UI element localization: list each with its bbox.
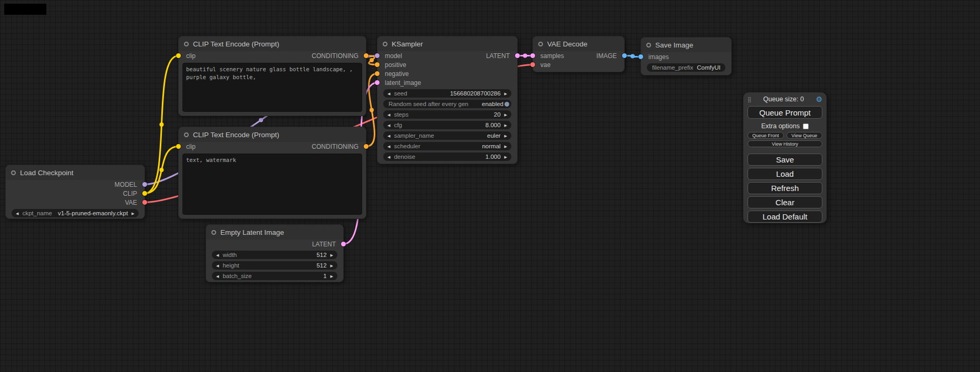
load-button[interactable]: Load	[748, 168, 822, 180]
widget-value: v1-5-pruned-emaonly.ckpt	[56, 210, 128, 216]
decrement-arrow-icon[interactable]: ◀	[387, 92, 390, 96]
cfg-widget[interactable]: ◀ cfg 8.000 ▶	[383, 121, 511, 129]
increment-arrow-icon[interactable]: ▶	[331, 274, 333, 278]
conditioning-output-port[interactable]	[364, 53, 368, 58]
node-title-bar[interactable]: Load Checkpoint	[6, 165, 144, 180]
latent-output-port[interactable]	[515, 53, 520, 58]
decrement-arrow-icon[interactable]: ◀	[387, 113, 390, 117]
increment-arrow-icon[interactable]: ▶	[504, 92, 507, 96]
images-input-port[interactable]	[638, 54, 643, 59]
node-collapse-dot-icon[interactable]	[646, 43, 651, 47]
node-collapse-dot-icon[interactable]	[383, 42, 387, 46]
decrement-arrow-icon[interactable]: ◀	[387, 134, 390, 138]
widget-label: cfg	[394, 122, 402, 128]
refresh-button[interactable]: Refresh	[748, 182, 822, 194]
clip-output-port[interactable]	[142, 191, 147, 196]
width-widget[interactable]: ◀ width 512 ▶	[212, 251, 337, 259]
node-collapse-dot-icon[interactable]	[11, 170, 16, 175]
node-vae-decode[interactable]: VAE Decode samples IMAGE vae	[532, 36, 625, 72]
image-output-port[interactable]	[622, 53, 627, 58]
node-collapse-dot-icon[interactable]	[184, 42, 189, 46]
clip-input-port[interactable]	[176, 144, 181, 149]
input-slot-label: vae	[540, 61, 550, 69]
save-button[interactable]: Save	[748, 154, 822, 166]
clip-input-port[interactable]	[176, 53, 181, 58]
denoise-widget[interactable]: ◀ denoise 1.000 ▶	[383, 152, 511, 161]
model-input-port[interactable]	[375, 53, 380, 58]
batch-size-widget[interactable]: ◀ batch_size 1 ▶	[212, 272, 337, 280]
decrement-arrow-icon[interactable]: ◀	[387, 155, 390, 159]
model-output-port[interactable]	[142, 182, 147, 187]
samples-input-port[interactable]	[530, 53, 535, 58]
node-title-bar[interactable]: Save Image	[641, 37, 731, 52]
vae-input-port[interactable]	[530, 62, 535, 67]
vae-output-port[interactable]	[142, 200, 147, 205]
drag-handle-icon[interactable]: ⣿	[748, 97, 751, 102]
blacked-out-region	[4, 4, 46, 15]
increment-arrow-icon[interactable]: ▶	[331, 253, 333, 257]
decrement-arrow-icon[interactable]: ◀	[216, 274, 219, 278]
decrement-arrow-icon[interactable]: ◀	[216, 264, 219, 268]
view-history-button[interactable]: View History	[748, 140, 822, 147]
node-collapse-dot-icon[interactable]	[184, 132, 189, 137]
negative-input-port[interactable]	[375, 71, 380, 76]
output-slot-label: CLIP	[123, 190, 137, 197]
node-ksampler[interactable]: KSampler model LATENT positive negative …	[377, 36, 518, 164]
node-title-bar[interactable]: VAE Decode	[533, 36, 624, 51]
sampler-name-widget[interactable]: ◀ sampler_name euler ▶	[383, 131, 511, 140]
latent-image-input-port[interactable]	[375, 80, 380, 85]
ckpt-name-widget[interactable]: ◀ ckpt_name v1-5-pruned-emaonly.ckpt ▶	[12, 209, 139, 217]
clear-button[interactable]: Clear	[748, 196, 822, 208]
increment-arrow-icon[interactable]: ▶	[504, 155, 507, 159]
widget-value: normal	[424, 143, 500, 149]
settings-gear-icon[interactable]: ⚙	[816, 95, 822, 103]
decrement-arrow-icon[interactable]: ◀	[387, 123, 390, 127]
scheduler-widget[interactable]: ◀ scheduler normal ▶	[383, 142, 511, 150]
input-slot-label: images	[648, 53, 669, 61]
increment-arrow-icon[interactable]: ▶	[331, 264, 333, 268]
node-clip-text-encode-positive[interactable]: CLIP Text Encode (Prompt) clip CONDITION…	[178, 36, 366, 116]
node-title-bar[interactable]: KSampler	[377, 36, 517, 51]
queue-front-button[interactable]: Queue Front	[748, 132, 784, 139]
queue-menu-panel[interactable]: ⣿ Queue size: 0 ⚙ Queue Prompt Extra opt…	[743, 92, 827, 223]
positive-input-port[interactable]	[375, 62, 380, 67]
output-slot-label: MODEL	[114, 181, 137, 188]
node-load-checkpoint[interactable]: Load Checkpoint MODEL CLIP VAE ◀ ckpt_na…	[5, 165, 145, 219]
widget-label: Random seed after every gen	[389, 101, 469, 107]
node-empty-latent-image[interactable]: Empty Latent Image LATENT ◀ width 512 ▶ …	[206, 224, 344, 282]
output-slot-label: CONDITIONING	[312, 143, 358, 150]
increment-arrow-icon[interactable]: ▶	[132, 212, 134, 215]
negative-prompt-textarea[interactable]: text, watermark	[182, 154, 362, 215]
increment-arrow-icon[interactable]: ▶	[504, 134, 507, 138]
positive-prompt-textarea[interactable]: beautiful scenery nature glass bottle la…	[182, 63, 362, 112]
output-slot-label: IMAGE	[596, 52, 617, 60]
height-widget[interactable]: ◀ height 512 ▶	[212, 261, 337, 270]
extra-options-checkbox[interactable]	[803, 123, 809, 129]
conditioning-output-port[interactable]	[364, 144, 368, 149]
widget-label: seed	[394, 90, 407, 97]
decrement-arrow-icon[interactable]: ◀	[16, 212, 18, 215]
node-title-bar[interactable]: Empty Latent Image	[206, 225, 343, 240]
random-seed-widget[interactable]: Random seed after every gen enabled	[383, 100, 511, 108]
increment-arrow-icon[interactable]: ▶	[504, 113, 507, 117]
node-collapse-dot-icon[interactable]	[538, 42, 543, 46]
steps-widget[interactable]: ◀ steps 20 ▶	[383, 110, 511, 119]
load-default-button[interactable]: Load Default	[748, 211, 822, 223]
latent-output-port[interactable]	[341, 242, 346, 246]
toggle-dot-icon[interactable]	[504, 102, 509, 107]
node-title-bar[interactable]: CLIP Text Encode (Prompt)	[179, 36, 366, 51]
filename-prefix-widget[interactable]: filename_prefix ComfyUI	[647, 63, 725, 72]
increment-arrow-icon[interactable]: ▶	[504, 123, 507, 127]
queue-prompt-button[interactable]: Queue Prompt	[748, 106, 822, 119]
seed-widget[interactable]: ◀ seed 156680208700286 ▶	[383, 89, 511, 98]
decrement-arrow-icon[interactable]: ◀	[387, 145, 390, 148]
decrement-arrow-icon[interactable]: ◀	[216, 253, 219, 257]
extra-options-label: Extra options	[761, 122, 800, 130]
node-collapse-dot-icon[interactable]	[211, 230, 216, 235]
node-clip-text-encode-negative[interactable]: CLIP Text Encode (Prompt) clip CONDITION…	[178, 127, 366, 219]
node-title-bar[interactable]: CLIP Text Encode (Prompt)	[179, 127, 366, 142]
node-save-image[interactable]: Save Image images filename_prefix ComfyU…	[641, 37, 732, 75]
increment-arrow-icon[interactable]: ▶	[504, 145, 507, 148]
node-graph-canvas[interactable]: Load Checkpoint MODEL CLIP VAE ◀ ckpt_na…	[0, 0, 980, 372]
view-queue-button[interactable]: View Queue	[787, 132, 823, 139]
